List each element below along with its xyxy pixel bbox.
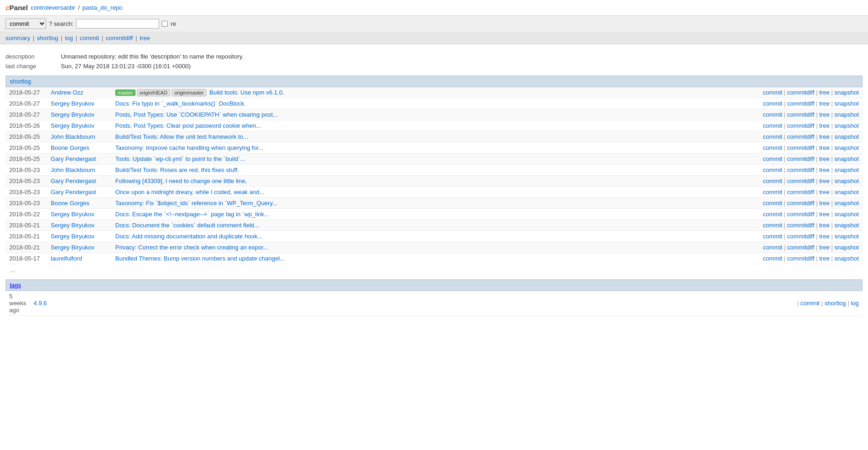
commit-action-commit[interactable]: commit: [763, 100, 782, 107]
tags-header-link[interactable]: tags: [10, 282, 21, 289]
commit-message-link[interactable]: Taxonomy: Improve cache handling when qu…: [115, 144, 264, 151]
commit-action-snapshot[interactable]: snapshot: [834, 200, 859, 207]
commit-action-commit[interactable]: commit: [763, 166, 782, 173]
commit-message-link[interactable]: Docs: Fix typo in `_walk_bookmarks()` Do…: [115, 100, 246, 107]
commit-action-commit[interactable]: commit: [763, 133, 782, 140]
commit-author-link[interactable]: Sergey Biryukov: [51, 211, 94, 218]
commit-action-tree[interactable]: tree: [819, 122, 829, 129]
commit-action-tree[interactable]: tree: [819, 144, 829, 151]
commit-message-link[interactable]: Privacy: Correct the error check when cr…: [115, 244, 268, 251]
commit-action-commit[interactable]: commit: [763, 200, 782, 207]
commit-message-link[interactable]: Bundled Themes: Bump version numbers and…: [115, 255, 285, 262]
search-input[interactable]: [76, 19, 159, 29]
commit-author-link[interactable]: Boone Gorges: [51, 200, 89, 207]
commit-action-commit[interactable]: commit: [763, 211, 782, 218]
tag-version-link[interactable]: 4.9.6: [34, 300, 47, 307]
commit-action-commitdiff[interactable]: commitdiff: [787, 144, 815, 151]
commit-action-snapshot[interactable]: snapshot: [834, 144, 859, 151]
commit-action-commitdiff[interactable]: commitdiff: [787, 155, 815, 162]
commit-message-link[interactable]: Taxonomy: Fix `$object_ids` reference in…: [115, 200, 278, 207]
header-repo-link[interactable]: pasta_do_repo: [83, 4, 123, 11]
commit-action-commitdiff[interactable]: commitdiff: [787, 222, 815, 229]
commit-author-link[interactable]: John Blackbourn: [51, 133, 95, 140]
commit-action-tree[interactable]: tree: [819, 200, 829, 207]
commit-author-link[interactable]: Sergey Biryukov: [51, 244, 94, 251]
shortlog-header-link[interactable]: shortlog: [10, 78, 31, 85]
tag-action-commit[interactable]: commit: [800, 300, 820, 307]
commit-action-tree[interactable]: tree: [819, 255, 829, 262]
commit-action-tree[interactable]: tree: [819, 89, 829, 96]
nav-commit[interactable]: commit: [80, 35, 99, 41]
commit-action-snapshot[interactable]: snapshot: [834, 89, 859, 96]
commit-action-snapshot[interactable]: snapshot: [834, 111, 859, 118]
commit-action-snapshot[interactable]: snapshot: [834, 255, 859, 262]
commit-message-link[interactable]: Build tools: Use npm v6.1.0.: [209, 89, 284, 96]
commit-author-link[interactable]: Sergey Biryukov: [51, 100, 94, 107]
commit-author-link[interactable]: Gary Pendergast: [51, 178, 96, 184]
commit-action-tree[interactable]: tree: [819, 166, 829, 173]
commit-author-link[interactable]: Sergey Biryukov: [51, 122, 94, 129]
commit-message-link[interactable]: Posts, Post Types: Use `COOKIEPATH` when…: [115, 111, 278, 118]
commit-action-tree[interactable]: tree: [819, 211, 829, 218]
commit-message-link[interactable]: Once upon a midnight dreary, while I cod…: [115, 189, 265, 195]
commit-author-link[interactable]: John Blackbourn: [51, 166, 95, 173]
nav-log[interactable]: log: [65, 35, 73, 41]
commit-author-link[interactable]: Sergey Biryukov: [51, 111, 94, 118]
commit-action-commitdiff[interactable]: commitdiff: [787, 100, 815, 107]
commit-message-link[interactable]: Posts, Post Types: Clear post password c…: [115, 122, 261, 129]
commit-author-link[interactable]: Boone Gorges: [51, 144, 89, 151]
commit-action-snapshot[interactable]: snapshot: [834, 133, 859, 140]
commit-message-link[interactable]: Build/Test Tools: Roses are red, this fi…: [115, 166, 239, 173]
commit-action-snapshot[interactable]: snapshot: [834, 222, 859, 229]
commit-action-commitdiff[interactable]: commitdiff: [787, 89, 815, 96]
commit-action-tree[interactable]: tree: [819, 178, 829, 184]
nav-tree[interactable]: tree: [140, 35, 150, 41]
commit-action-commitdiff[interactable]: commitdiff: [787, 244, 815, 251]
commit-action-snapshot[interactable]: snapshot: [834, 233, 859, 240]
commit-action-snapshot[interactable]: snapshot: [834, 166, 859, 173]
commit-action-tree[interactable]: tree: [819, 100, 829, 107]
commit-action-snapshot[interactable]: snapshot: [834, 155, 859, 162]
re-checkbox[interactable]: [162, 21, 168, 27]
commit-action-commitdiff[interactable]: commitdiff: [787, 189, 815, 195]
commit-message-link[interactable]: Following [43309], I need to change one …: [115, 178, 247, 184]
commit-author-link[interactable]: Sergey Biryukov: [51, 233, 94, 240]
nav-summary[interactable]: summary: [6, 35, 30, 41]
tag-action-log[interactable]: log: [851, 300, 859, 307]
commit-action-snapshot[interactable]: snapshot: [834, 178, 859, 184]
commit-action-commitdiff[interactable]: commitdiff: [787, 111, 815, 118]
commit-action-snapshot[interactable]: snapshot: [834, 244, 859, 251]
commit-action-commitdiff[interactable]: commitdiff: [787, 233, 815, 240]
commit-action-commit[interactable]: commit: [763, 255, 782, 262]
commit-message-link[interactable]: Docs: Escape the `<!--nextpage-->` page …: [115, 211, 269, 218]
commit-action-tree[interactable]: tree: [819, 155, 829, 162]
commit-author-link[interactable]: Sergey Biryukov: [51, 222, 94, 229]
commit-action-commit[interactable]: commit: [763, 155, 782, 162]
commit-action-commit[interactable]: commit: [763, 244, 782, 251]
commit-action-tree[interactable]: tree: [819, 189, 829, 195]
header-user-link[interactable]: controleversaobr: [30, 4, 75, 11]
commit-action-commit[interactable]: commit: [763, 233, 782, 240]
commit-action-tree[interactable]: tree: [819, 244, 829, 251]
tag-action-shortlog[interactable]: shortlog: [825, 300, 846, 307]
commit-action-commit[interactable]: commit: [763, 122, 782, 129]
commit-action-commit[interactable]: commit: [763, 222, 782, 229]
commit-action-snapshot[interactable]: snapshot: [834, 189, 859, 195]
commit-action-commitdiff[interactable]: commitdiff: [787, 211, 815, 218]
commit-action-snapshot[interactable]: snapshot: [834, 100, 859, 107]
commit-action-commitdiff[interactable]: commitdiff: [787, 255, 815, 262]
commit-action-tree[interactable]: tree: [819, 111, 829, 118]
commit-action-commitdiff[interactable]: commitdiff: [787, 133, 815, 140]
commit-message-link[interactable]: Tools: Update `wp-cli.yml` to point to t…: [115, 155, 245, 162]
commit-author-link[interactable]: laurelfulford: [51, 255, 82, 262]
nav-shortlog[interactable]: shortlog: [37, 35, 58, 41]
search-type-select[interactable]: commit grep author committer: [6, 18, 46, 29]
commit-action-snapshot[interactable]: snapshot: [834, 211, 859, 218]
commit-action-tree[interactable]: tree: [819, 133, 829, 140]
commit-action-commit[interactable]: commit: [763, 111, 782, 118]
commit-action-commitdiff[interactable]: commitdiff: [787, 200, 815, 207]
nav-commitdiff[interactable]: commitdiff: [106, 35, 133, 41]
commit-action-tree[interactable]: tree: [819, 222, 829, 229]
commit-author-link[interactable]: Gary Pendergast: [51, 155, 96, 162]
commit-action-commit[interactable]: commit: [763, 144, 782, 151]
